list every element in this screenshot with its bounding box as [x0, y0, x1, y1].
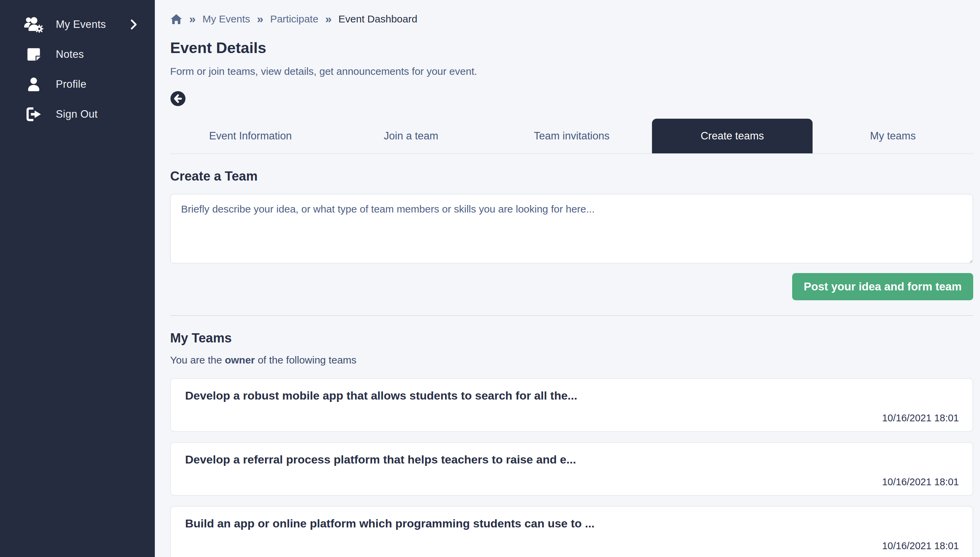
owner-line: You are the owner of the following teams	[170, 354, 973, 366]
owner-line-bold: owner	[225, 354, 255, 366]
users-gear-icon	[23, 16, 44, 33]
team-idea-textarea[interactable]	[170, 194, 973, 264]
sidebar-item-notes[interactable]: Notes	[0, 39, 155, 69]
tab-event-information[interactable]: Event Information	[170, 119, 331, 153]
team-title: Build an app or online platform which pr…	[185, 517, 959, 530]
create-team-heading: Create a Team	[170, 169, 973, 184]
user-icon	[23, 77, 44, 92]
team-card[interactable]: Develop a referral process platform that…	[170, 442, 973, 496]
breadcrumb-separator-icon: »	[257, 12, 263, 26]
sidebar-item-label: Notes	[56, 48, 84, 60]
sidebar-item-label: Profile	[56, 78, 87, 90]
home-icon[interactable]	[170, 14, 182, 24]
note-icon	[23, 47, 44, 62]
submit-row: Post your idea and form team	[170, 273, 973, 300]
team-timestamp: 10/16/2021 18:01	[185, 412, 959, 424]
sidebar-item-profile[interactable]: Profile	[0, 69, 155, 99]
tab-create-teams[interactable]: Create teams	[652, 119, 813, 153]
tab-bar: Event Information Join a team Team invit…	[170, 119, 973, 154]
team-card[interactable]: Build an app or online platform which pr…	[170, 506, 973, 557]
sidebar-item-label: Sign Out	[56, 108, 98, 121]
team-timestamp: 10/16/2021 18:01	[185, 540, 959, 552]
back-button[interactable]	[170, 91, 186, 106]
breadcrumb-current: Event Dashboard	[338, 13, 418, 25]
main-content: » My Events » Participate » Event Dashbo…	[155, 0, 980, 557]
tab-join-a-team[interactable]: Join a team	[331, 119, 492, 153]
breadcrumb: » My Events » Participate » Event Dashbo…	[170, 12, 973, 26]
team-card[interactable]: Develop a robust mobile app that allows …	[170, 378, 973, 432]
sidebar-item-my-events[interactable]: My Events	[0, 10, 155, 39]
chevron-right-icon	[130, 19, 137, 30]
breadcrumb-link-participate[interactable]: Participate	[270, 13, 318, 25]
breadcrumb-separator-icon: »	[325, 12, 332, 26]
owner-line-prefix: You are the	[170, 354, 225, 366]
sidebar-item-label: My Events	[56, 18, 106, 31]
sidebar: My Events Notes Profile	[0, 0, 155, 557]
post-idea-button[interactable]: Post your idea and form team	[792, 273, 973, 300]
team-title: Develop a referral process platform that…	[185, 453, 959, 466]
team-title: Develop a robust mobile app that allows …	[185, 389, 959, 402]
sign-out-icon	[23, 107, 44, 122]
owner-line-suffix: of the following teams	[255, 354, 357, 366]
page-title: Event Details	[170, 39, 973, 57]
page-subtitle: Form or join teams, view details, get an…	[170, 66, 973, 77]
sidebar-item-sign-out[interactable]: Sign Out	[0, 99, 155, 129]
my-teams-heading: My Teams	[170, 331, 973, 345]
breadcrumb-separator-icon: »	[189, 12, 196, 26]
team-timestamp: 10/16/2021 18:01	[185, 476, 959, 488]
section-divider	[170, 315, 973, 316]
breadcrumb-link-my-events[interactable]: My Events	[203, 13, 250, 25]
team-list: Develop a robust mobile app that allows …	[170, 378, 973, 557]
tab-team-invitations[interactable]: Team invitations	[492, 119, 652, 153]
tab-my-teams[interactable]: My teams	[813, 119, 973, 153]
